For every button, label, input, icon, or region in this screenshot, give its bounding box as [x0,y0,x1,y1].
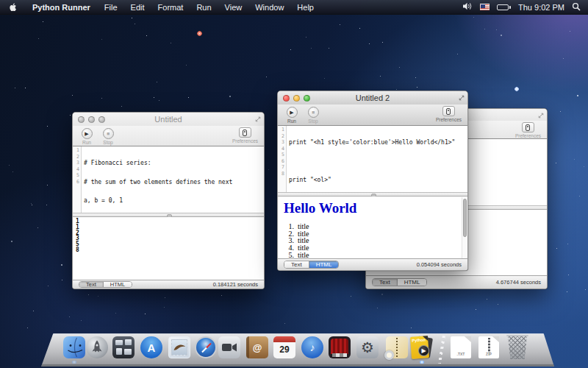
preferences-icon [526,124,530,131]
untitled-toolbar: ▶ Run ■ Stop Preferences [73,126,264,146]
menu-view[interactable]: View [218,3,249,12]
menu-run[interactable]: Run [190,3,218,12]
untitled2-output-pane: Hello World 1.title 2.title 3.title 4.ti… [278,197,467,260]
tab-html[interactable]: HTML [103,282,132,287]
input-language-flag-icon[interactable] [480,4,490,10]
untitled-output-pane: 1 1 2 3 5 8 [73,217,264,281]
untitled-code-editor[interactable]: 1 2 3 4 5 6 # Fibonacci series: # the su… [73,146,264,213]
run-button[interactable]: ▶ Run [284,107,300,124]
system-preferences-icon[interactable]: ⚙ [356,336,379,358]
apple-menu-icon[interactable] [0,2,25,13]
back-preferences-button[interactable]: Preferences [515,122,541,138]
tab-html[interactable]: HTML [309,261,339,268]
stop-icon: ■ [103,128,114,139]
rendered-heading: Hello World [278,197,467,216]
zoom-button[interactable] [98,116,105,123]
untitled-bottom-bar: Text HTML 0.184121 seconds [73,280,264,289]
back-bottom-bar: Text HTML 4.676744 seconds [366,275,547,289]
run-icon: ▶ [287,107,298,118]
menu-window[interactable]: Window [248,3,290,12]
minimize-button[interactable] [293,95,300,102]
back-tab-html[interactable]: HTML [397,279,427,286]
zoom-button[interactable] [304,95,310,102]
stop-button[interactable]: ■ Stop [305,107,321,124]
menu-file[interactable]: File [98,3,124,12]
stop-icon: ■ [308,107,319,118]
menu-help[interactable]: Help [290,3,320,12]
menu-format[interactable]: Format [151,3,190,12]
python-runner-dock-icon[interactable]: Python ▶ [411,336,433,358]
untitled2-code-editor[interactable]: 1 2 3 4 5 6 7 8 print "<h1 style='color:… [278,126,467,192]
run-icon: ▶ [82,128,93,139]
trash-rim [506,334,528,336]
resize-icon[interactable] [538,111,544,120]
timing-label: 0.054094 seconds [417,261,462,268]
zip-document-icon[interactable]: ZIP [478,336,499,358]
minimize-button[interactable] [88,116,95,123]
resize-icon[interactable] [255,115,261,124]
back-timing: 4.676744 seconds [496,279,541,286]
launchpad-icon[interactable] [86,336,108,358]
txt-document-icon[interactable]: .TXT [451,336,471,358]
bright-star-glow [514,87,519,91]
stop-button[interactable]: ■ Stop [100,128,116,145]
close-button[interactable] [283,95,290,102]
archive-utility-icon[interactable] [386,336,408,358]
output-scrollbar[interactable] [462,197,467,259]
menu-app-name[interactable]: Python Runner [25,3,98,12]
scrollbar-thumb[interactable] [463,199,467,237]
photo-booth-icon[interactable] [329,336,351,358]
run-button[interactable]: ▶ Run [79,128,95,145]
back-tab-text[interactable]: Text [373,279,397,286]
untitled2-toolbar: ▶ Run ■ Stop Preferences [278,105,467,126]
preferences-button[interactable]: Preferences [436,106,462,122]
resize-icon[interactable] [459,93,465,102]
timing-label: 0.184121 seconds [213,281,258,288]
spotlight-icon[interactable] [572,2,581,13]
untitled-title-bar[interactable]: Untitled [73,113,264,126]
mission-control-icon[interactable] [112,336,135,358]
red-star-glow [197,31,202,36]
window-untitled2: Untitled 2 ▶ Run ■ Stop Preferences [277,91,468,271]
finder-icon[interactable] [63,336,85,358]
finder-running-indicator [71,361,77,364]
rendered-list: 1.title 2.title 3.title 4.title 5.title … [278,222,467,260]
window-title: Untitled 2 [356,93,390,102]
menu-bar: Python Runner File Edit Format Run View … [0,0,588,15]
close-button[interactable] [78,116,85,123]
window-untitled: Untitled ▶ Run ■ Stop Preferences [72,112,265,289]
facetime-icon[interactable] [218,336,240,358]
menu-edit[interactable]: Edit [124,3,151,12]
volume-icon[interactable] [462,2,473,12]
code-text[interactable]: # Fibonacci series: # the sum of two ele… [82,146,264,213]
preferences-icon [243,130,247,136]
safari-icon[interactable] [195,336,217,358]
preferences-button[interactable]: Preferences [232,127,258,144]
code-text[interactable]: print "<h1 style='color:blue'>Hello Worl… [287,126,467,192]
tab-text[interactable]: Text [284,261,309,268]
play-badge-icon: ▶ [418,345,429,356]
ical-icon[interactable]: 29 [273,336,295,358]
itunes-icon[interactable]: ♪ [301,336,323,358]
python-running-indicator [419,361,425,364]
untitled2-title-bar[interactable]: Untitled 2 [278,91,467,105]
line-numbers: 1 2 3 4 5 6 [73,146,82,213]
app-store-icon[interactable]: A [140,336,162,358]
window-title: Untitled [154,115,182,124]
menu-clock[interactable]: Thu 9:02 PM [518,3,564,12]
tab-text[interactable]: Text [79,282,103,287]
untitled2-bottom-bar: Text HTML 0.054094 seconds [278,258,467,270]
desktop: Python Runner File Edit Format Run View … [0,0,588,368]
battery-icon[interactable] [497,4,511,10]
preferences-icon [446,108,451,115]
line-numbers: 1 2 3 4 5 6 7 8 [278,126,287,192]
address-book-icon[interactable]: @ [246,336,268,358]
mail-icon[interactable] [168,336,190,358]
